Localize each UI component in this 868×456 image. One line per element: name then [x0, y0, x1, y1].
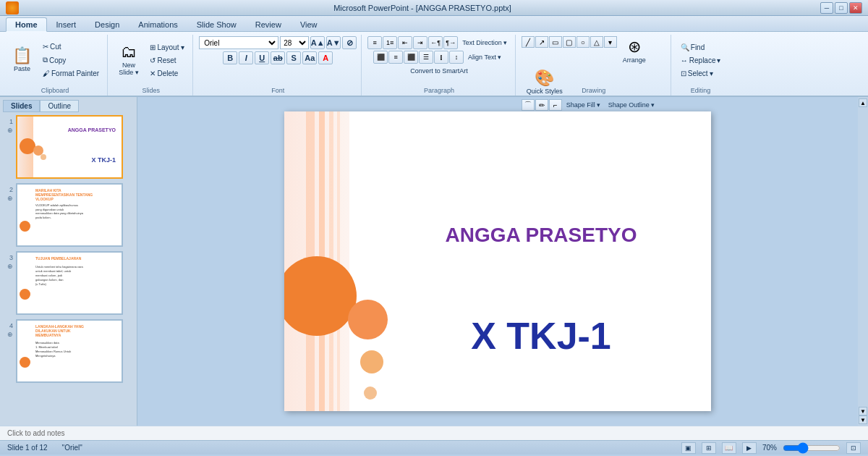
rounded-rect-shape[interactable]: ▢	[563, 36, 576, 48]
bullets-button[interactable]: ≡	[367, 36, 382, 49]
freeform-shape[interactable]: ✏	[535, 99, 548, 111]
shape-fill-button[interactable]: Shape Fill ▾	[563, 99, 604, 111]
reading-view-button[interactable]: 📖	[722, 442, 736, 454]
slide-thumb-2[interactable]: 2 ⊕ MARILAH KITAMEMPRESENTASIKAN TENTANG…	[3, 183, 134, 247]
text-direction-button[interactable]: Text Direction ▾	[459, 36, 511, 49]
slide-thumb-3[interactable]: 3 ⊕ TUJUAN PEMBELAJARAN Untuk memberi ta…	[3, 251, 134, 315]
zoom-fit-button[interactable]: ⊡	[846, 442, 861, 454]
numbering-button[interactable]: 1≡	[383, 36, 397, 49]
slide-thumb-1[interactable]: 1 ⊕ ANGGA PRASETYO X TKJ-1	[3, 115, 134, 179]
arrow-shape[interactable]: ↗	[535, 36, 548, 48]
replace-button[interactable]: ↔ Replace ▾	[677, 54, 725, 67]
status-bar: Slide 1 of 12 "Oriel" ▣ ⊞ 📖 ▶ 70% ⊡	[0, 440, 868, 455]
find-button[interactable]: 🔍 Find	[677, 41, 725, 54]
font-row-2: B I U ab S Aa A	[223, 51, 333, 64]
tab-view[interactable]: View	[291, 17, 327, 31]
tab-insert[interactable]: Insert	[47, 17, 86, 31]
paragraph-row-3: Convert to SmartArt	[407, 65, 472, 77]
triangle-shape[interactable]: △	[590, 36, 603, 48]
align-center-button[interactable]: ≡	[388, 51, 403, 64]
notes-area[interactable]: Click to add notes	[0, 426, 868, 440]
tab-design[interactable]: Design	[85, 17, 129, 31]
align-left-button[interactable]: ⬛	[373, 51, 388, 64]
slide-thumb-4[interactable]: 4 ⊕ LANGKAH-LANGKAH YANGDILAKUKAN UNTUKM…	[3, 319, 134, 383]
slide-num-4: 4	[3, 319, 13, 329]
increase-font-button[interactable]: A▲	[310, 36, 325, 49]
panel-tab-outline[interactable]: Outline	[40, 100, 79, 112]
tab-slideshow[interactable]: Slide Show	[187, 17, 246, 31]
underline-button[interactable]: U	[255, 51, 269, 64]
maximize-button[interactable]: □	[835, 2, 848, 14]
convert-smartart-button[interactable]: Convert to SmartArt	[407, 65, 472, 77]
ribbon-group-font: Oriel 28 A▲ A▼ ⊘ B I U ab S Aa A Font	[195, 35, 362, 96]
strikethrough-button[interactable]: ab	[271, 51, 285, 64]
line-spacing-button[interactable]: ↕	[449, 51, 464, 64]
paragraph-content: ≡ 1≡ ⇤ ⇥ ←¶ ¶→ Text Direction ▾ ⬛ ≡ ⬛ ☰ …	[367, 36, 511, 94]
scroll-down-button[interactable]: ▼	[859, 407, 867, 415]
char-spacing-button[interactable]: Aa	[302, 51, 317, 64]
paragraph-row-2: ⬛ ≡ ⬛ ☰ ⫿ ↕ Align Text ▾	[373, 51, 505, 64]
panel-tab-slides[interactable]: Slides	[3, 100, 40, 112]
slide-sorter-button[interactable]: ⊞	[702, 442, 716, 454]
slide-thumbnail-2: MARILAH KITAMEMPRESENTASIKAN TENTANGVLOO…	[16, 183, 123, 247]
justify-button[interactable]: ☰	[419, 51, 433, 64]
expand-right-button[interactable]: ▼	[859, 415, 867, 424]
copy-button[interactable]: ⧉ Copy	[39, 54, 103, 67]
rtl-button[interactable]: ←¶	[428, 36, 443, 49]
delete-button[interactable]: ✕ Delete	[146, 67, 189, 80]
canvas-area: ANGGA PRASETYO X TKJ-1	[137, 97, 858, 426]
paste-button[interactable]: 📋 Paste	[7, 45, 37, 75]
increase-indent-button[interactable]: ⇥	[413, 36, 427, 49]
quick-styles-icon: 🎨	[535, 70, 554, 86]
bold-button[interactable]: B	[223, 51, 237, 64]
theme-name: "Oriel"	[62, 444, 82, 452]
line-shape[interactable]: ╱	[522, 36, 535, 48]
tab-review[interactable]: Review	[246, 17, 291, 31]
align-text-button[interactable]: Align Text ▾	[464, 51, 505, 64]
minimize-button[interactable]: ─	[820, 2, 833, 14]
more-shapes-button[interactable]: ▾	[604, 36, 617, 48]
font-content: Oriel 28 A▲ A▼ ⊘ B I U ab S Aa A	[199, 36, 357, 94]
paste-icon: 📋	[12, 48, 32, 64]
clipboard-content: 📋 Paste ✂ Cut ⧉ Copy 🖌 Format Painter	[7, 36, 103, 94]
cut-button[interactable]: ✂ Cut	[39, 41, 103, 53]
reset-button[interactable]: ↺ Reset	[146, 54, 189, 67]
format-painter-button[interactable]: 🖌 Format Painter	[39, 67, 103, 80]
app-logo	[6, 1, 19, 14]
font-color-button[interactable]: A	[318, 51, 333, 64]
shape-outline-button[interactable]: Shape Outline ▾	[605, 99, 658, 111]
curve-shape[interactable]: ⌒	[522, 99, 535, 111]
tab-animations[interactable]: Animations	[129, 17, 187, 31]
rect-shape[interactable]: ▭	[549, 36, 562, 48]
decrease-font-button[interactable]: A▼	[326, 36, 341, 49]
title-bar: Microsoft PowerPoint - [ANGGA PRASETYO.p…	[0, 0, 868, 16]
ltr-button[interactable]: ¶→	[443, 36, 458, 49]
zoom-slider[interactable]	[783, 444, 841, 452]
connector-shape[interactable]: ⌐	[549, 99, 562, 111]
tab-home[interactable]: Home	[6, 17, 47, 32]
ribbon-group-slides: 🗂 NewSlide ▾ ⊞ Layout ▾ ↺ Reset ✕ Delete…	[109, 35, 193, 96]
new-slide-button[interactable]: 🗂 NewSlide ▾	[114, 41, 144, 79]
slide-main-title[interactable]: ANGGA PRASETYO	[400, 224, 682, 247]
select-button[interactable]: ⊡ Select ▾	[677, 67, 725, 80]
close-button[interactable]: ✕	[849, 2, 862, 14]
font-name-select[interactable]: Oriel	[199, 36, 278, 49]
oval-shape[interactable]: ○	[576, 36, 590, 48]
italic-button[interactable]: I	[239, 51, 253, 64]
font-row-1: Oriel 28 A▲ A▼ ⊘	[199, 36, 357, 49]
scroll-up-button[interactable]: ▲	[859, 98, 867, 107]
slide-sub-title[interactable]: X TKJ-1	[400, 314, 682, 358]
align-right-button[interactable]: ⬛	[404, 51, 418, 64]
shadow-button[interactable]: S	[286, 51, 301, 64]
ribbon-group-drawing: ╱ ↗ ▭ ▢ ○ △ ▾ ⊛ Arrange 🎨 Quick Styles ⌒…	[517, 35, 671, 96]
decrease-indent-button[interactable]: ⇤	[398, 36, 412, 49]
clear-format-button[interactable]: ⊘	[342, 36, 357, 49]
columns-button[interactable]: ⫿	[434, 51, 448, 64]
arrange-button[interactable]: ⊛ Arrange	[618, 36, 651, 67]
layout-button[interactable]: ⊞ Layout ▾	[146, 41, 189, 54]
slideshow-button[interactable]: ▶	[742, 442, 757, 454]
slide-info: Slide 1 of 12	[7, 444, 48, 452]
normal-view-button[interactable]: ▣	[681, 442, 696, 454]
font-size-select[interactable]: 28	[280, 36, 309, 49]
slide-canvas[interactable]: ANGGA PRASETYO X TKJ-1	[284, 111, 711, 411]
